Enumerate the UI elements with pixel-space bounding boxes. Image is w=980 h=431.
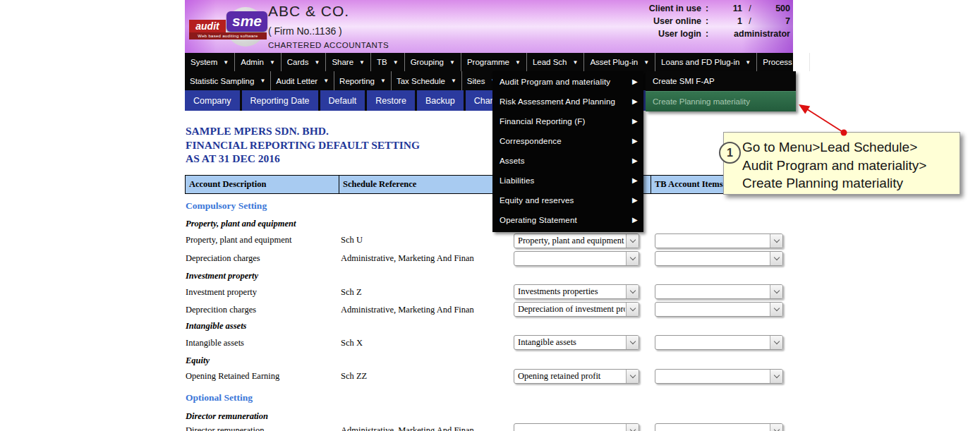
account-select[interactable] — [514, 423, 639, 431]
colon: : — [701, 2, 713, 15]
client-in-use-row: Client in use : 11 / 500 — [627, 2, 790, 15]
menuitem-equity-and-reserves[interactable]: Equity and reserves▶ — [492, 190, 643, 210]
page-title: SAMPLE MPERS SDN. BHD. FINANCIAL REPORTI… — [186, 124, 420, 166]
combo-arrow-icon[interactable] — [626, 424, 639, 431]
toolbar-restore[interactable]: Restore — [367, 90, 417, 111]
session-status: Client in use : 11 / 500 User online : 1… — [627, 2, 790, 40]
schedule-reference: Sch U — [341, 235, 363, 245]
toolbar-reporting-date[interactable]: Reporting Date — [242, 90, 320, 111]
account-select[interactable]: Opening retained profit — [514, 369, 639, 384]
combo-arrow-icon[interactable] — [626, 370, 639, 383]
tb-account-select[interactable] — [655, 284, 783, 299]
logo-tagline: Web based auditing software — [189, 32, 267, 40]
menuitem-correspondence[interactable]: Correspondence▶ — [492, 131, 643, 151]
firm-number: ( Firm No.:1136 ) — [268, 25, 389, 37]
logo-sme-text: sme — [226, 11, 267, 32]
tb-account-select[interactable] — [655, 233, 783, 248]
table-row: Property, plant and equipment Sch U Prop… — [185, 230, 793, 248]
menuitem-audit-program-materiality[interactable]: Audit Program and materiality▶ — [492, 72, 643, 92]
tb-account-select[interactable] — [655, 369, 783, 384]
combo-arrow-icon[interactable] — [770, 303, 782, 316]
table-header: Account Description Schedule Reference T… — [185, 175, 793, 194]
chevron-down-icon: ▼ — [572, 59, 578, 66]
submenu-arrow-icon: ▶ — [632, 210, 638, 230]
user-login-label: User login — [627, 28, 701, 40]
menuitem-assets[interactable]: Assets▶ — [492, 151, 643, 171]
account-description: Opening Retained Earning — [186, 371, 279, 382]
lead-sch-dropdown-menu: Audit Program and materiality▶ Risk Asse… — [492, 71, 643, 232]
account-description: Director remuneration — [186, 425, 264, 431]
menu-cards[interactable]: Cards▼ — [282, 53, 327, 71]
group-heading: Intangible assets — [186, 321, 246, 332]
instruction-line: Create Planning materiality — [742, 174, 960, 193]
group-heading: Director remuneration — [186, 411, 268, 422]
menuitem-financial-reporting-f[interactable]: Financial Reporting (F)▶ — [492, 111, 643, 131]
tb-account-select[interactable] — [655, 251, 783, 266]
account-select[interactable] — [514, 251, 639, 266]
table-row: Deprecition charges Administrative, Mark… — [185, 301, 793, 319]
tb-account-select[interactable] — [655, 423, 783, 431]
schedule-reference: Administrative, Marketing And Finan — [341, 253, 474, 264]
table-row: Depreciation charges Administrative, Mar… — [185, 248, 793, 266]
account-select[interactable]: Depreciation of investment prop — [514, 302, 639, 317]
menuitem-risk-assessment-planning[interactable]: Risk Assessment And Planning▶ — [492, 92, 643, 111]
toolbar-company[interactable]: Company — [185, 90, 242, 111]
table-row: Equity — [185, 354, 793, 369]
schedule-reference: Sch X — [341, 338, 363, 348]
menu-reporting[interactable]: Reporting▼ — [334, 71, 392, 90]
toolbar-backup[interactable]: Backup — [417, 90, 466, 111]
combo-arrow-icon[interactable] — [770, 370, 782, 383]
menu-statistic-sampling[interactable]: Statistic Sampling▼ — [185, 71, 271, 90]
table-row: Opening Retained Earning Sch ZZ Opening … — [185, 369, 793, 388]
combo-arrow-icon[interactable] — [770, 285, 782, 298]
slash: / — [742, 15, 758, 28]
menu-loans-fd-plugin[interactable]: Loans and FD Plug-in▼ — [655, 53, 757, 71]
menuitem-operating-statement[interactable]: Operating Statement▶ — [492, 210, 643, 230]
menu-system[interactable]: System▼ — [185, 53, 235, 71]
menuitem-create-smi-f-ap[interactable]: Create SMI F-AP — [646, 71, 796, 91]
account-description: Investment property — [186, 287, 257, 298]
col-account-description: Account Description — [185, 176, 339, 193]
combo-arrow-icon[interactable] — [626, 252, 639, 265]
menu-programme[interactable]: Programme▼ — [461, 53, 527, 71]
instruction-text: Go to Menu>Lead Schedule> Audit Program … — [724, 133, 960, 193]
menu-admin[interactable]: Admin▼ — [235, 53, 282, 71]
schedule-reference: Sch Z — [341, 287, 362, 298]
combo-arrow-icon[interactable] — [770, 234, 782, 248]
combo-arrow-icon[interactable] — [770, 336, 782, 349]
menuitem-liabilities[interactable]: Liabilities▶ — [492, 171, 643, 190]
menu-process[interactable]: Process▼ — [757, 53, 809, 71]
client-in-use-value: 11 — [713, 2, 742, 15]
menu-asset-plugin[interactable]: Asset Plug-in▼ — [584, 53, 655, 71]
account-select[interactable]: Intangible assets — [514, 335, 639, 350]
menu-share[interactable]: Share▼ — [326, 53, 371, 71]
menu-lead-sch[interactable]: Lead Sch▼ — [527, 53, 585, 71]
user-limit-value: 7 — [758, 15, 790, 28]
combo-arrow-icon[interactable] — [626, 285, 639, 298]
toolbar-default[interactable]: Default — [320, 90, 368, 111]
menuitem-create-planning-materiality[interactable]: Create Planning materiality — [646, 91, 796, 111]
firm-block: ABC & CO. ( Firm No.:1136 ) CHARTERED AC… — [268, 3, 389, 49]
menu-grouping[interactable]: Grouping▼ — [405, 53, 461, 71]
menu-audit-letter[interactable]: Audit Letter▼ — [271, 71, 334, 90]
user-login-value: administrator — [713, 28, 790, 40]
tb-account-select[interactable] — [655, 302, 783, 317]
menu-tax-schedule[interactable]: Tax Schedule▼ — [392, 71, 462, 90]
combo-arrow-icon[interactable] — [626, 234, 639, 248]
combo-arrow-icon[interactable] — [770, 424, 782, 431]
chevron-down-icon: ▼ — [323, 78, 329, 84]
annotation-arrow-icon — [780, 97, 857, 141]
tb-account-select[interactable] — [655, 335, 783, 350]
chevron-down-icon: ▼ — [359, 59, 365, 66]
chevron-down-icon: ▼ — [380, 78, 386, 84]
menu-tb[interactable]: TB▼ — [371, 53, 405, 71]
colon: : — [701, 15, 713, 28]
account-select[interactable]: Investments properties — [514, 284, 639, 299]
combo-arrow-icon[interactable] — [626, 336, 639, 349]
table-row: Director remuneration Administrative, Ma… — [185, 423, 793, 431]
submenu-arrow-icon: ▶ — [632, 92, 638, 111]
account-select[interactable]: Property, plant and equipment — [514, 233, 639, 248]
combo-arrow-icon[interactable] — [770, 252, 782, 265]
combo-arrow-icon[interactable] — [626, 303, 639, 316]
table-row: Intangible assets — [185, 319, 793, 335]
